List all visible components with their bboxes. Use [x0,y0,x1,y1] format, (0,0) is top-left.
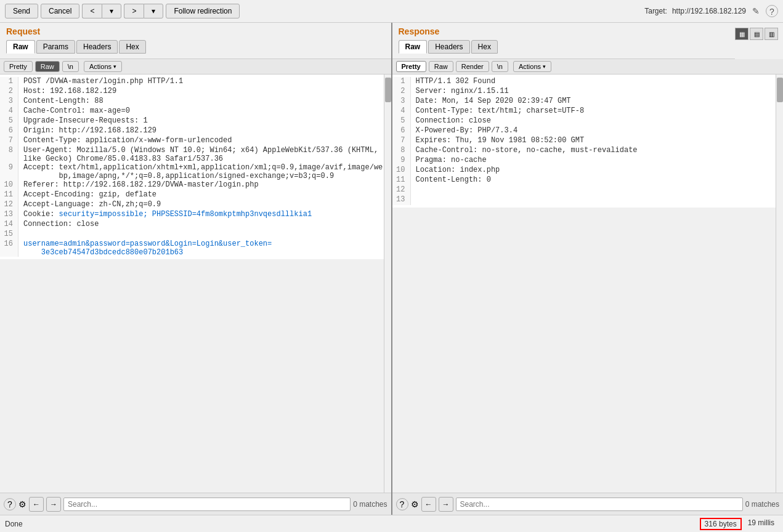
response-search-bar: ? ⚙ ← → 0 matches [392,493,784,515]
request-tab-raw[interactable]: Raw [6,40,35,54]
view-toggle-single[interactable]: ▥ [765,28,778,40]
request-line-11: 11 Accept-Encoding: gzip, deflate [0,190,384,200]
main-content: Request Raw Params Headers Hex Pretty Ra… [0,23,783,515]
response-tab-headers[interactable]: Headers [428,40,469,54]
request-raw-btn[interactable]: Raw [35,61,60,72]
request-gear-icon[interactable]: ⚙ [18,499,26,509]
response-tab-hex[interactable]: Hex [471,40,498,54]
request-line-1: 1 POST /DVWA-master/login.php HTTP/1.1 [0,77,384,87]
view-toggle-stacked[interactable]: ▤ [750,28,763,40]
request-sub-toolbar: Pretty Raw \n Actions ▾ [0,59,391,75]
response-actions-label: Actions [519,63,541,70]
response-sub-toolbar: Pretty Raw Render \n Actions ▾ [392,59,784,75]
status-bar: Done 316 bytes 19 millis [0,515,783,532]
follow-redirection-button[interactable]: Follow redirection [166,4,240,18]
request-scroll-thumb[interactable] [385,78,391,102]
request-pretty-btn[interactable]: Pretty [4,61,33,72]
response-header-area: Response Raw Headers Hex ▦ ▤ ▥ [392,23,784,59]
request-actions-chevron: ▾ [113,63,116,70]
response-panel: Response Raw Headers Hex ▦ ▤ ▥ Pretty Ra… [392,23,784,515]
request-line-9: 9 Accept: text/html,application/xhtml+xm… [0,163,384,180]
request-search-bar: ? ⚙ ← → 0 matches [0,493,391,515]
request-title: Request [6,26,385,36]
request-scroll-track[interactable] [384,75,391,493]
response-line-12: 12 [392,185,776,195]
response-code-wrapper: 1 HTTP/1.1 302 Found 2 Server: nginx/1.1… [392,75,784,493]
request-line-12: 12 Accept-Language: zh-CN,zh;q=0.9 [0,200,384,210]
request-actions-dropdown[interactable]: Actions ▾ [84,61,122,72]
request-newline-btn[interactable]: \n [62,61,79,72]
response-newline-btn[interactable]: \n [492,61,508,72]
response-line-8: 8 Cache-Control: no-store, no-cache, mus… [392,146,776,156]
request-line-6: 6 Origin: http://192.168.182.129 [0,126,384,136]
request-tab-headers[interactable]: Headers [76,40,118,54]
response-pretty-btn[interactable]: Pretty [396,61,426,72]
response-code-scroll[interactable]: 1 HTTP/1.1 302 Found 2 Server: nginx/1.1… [392,75,776,493]
request-line-16: 16 username=admin&password=password&Logi… [0,240,384,257]
next-button[interactable]: > [124,4,144,18]
status-text: Done [5,520,23,528]
send-button[interactable]: Send [5,4,38,18]
request-help-icon[interactable]: ? [4,498,16,510]
millis-badge: 19 millis [744,518,778,530]
response-tab-raw[interactable]: Raw [399,40,428,54]
request-tab-hex[interactable]: Hex [119,40,145,54]
request-code-area: 1 POST /DVWA-master/login.php HTTP/1.1 2… [0,75,384,259]
request-line-3: 3 Content-Length: 88 [0,97,384,107]
edit-target-button[interactable]: ✎ [751,5,761,17]
request-matches-count: 0 matches [353,500,387,509]
prev-dropdown-button[interactable]: ▾ [102,4,121,18]
response-search-prev-btn[interactable]: ← [421,497,436,512]
request-tab-params[interactable]: Params [36,40,75,54]
response-panel-header: Response Raw Headers Hex [392,23,736,59]
request-panel-content: Pretty Raw \n Actions ▾ 1 POST /DVWA-mas… [0,59,391,493]
next-dropdown-button[interactable]: ▾ [144,4,163,18]
response-line-3: 3 Date: Mon, 14 Sep 2020 02:39:47 GMT [392,97,776,107]
request-line-8: 8 User-Agent: Mozilla/5.0 (Windows NT 10… [0,146,384,163]
request-line-10: 10 Referer: http://192.168.182.129/DVWA-… [0,180,384,190]
next-nav-group: > ▾ [124,4,163,18]
request-tab-bar: Raw Params Headers Hex [6,40,385,54]
response-help-icon[interactable]: ? [396,498,408,510]
response-line-7: 7 Expires: Thu, 19 Nov 1981 08:52:00 GMT [392,136,776,146]
view-toggle-split[interactable]: ▦ [735,28,749,40]
request-actions-label: Actions [89,63,112,70]
response-tab-bar: Raw Headers Hex [399,40,729,54]
request-search-prev-btn[interactable]: ← [29,497,44,512]
response-matches-count: 0 matches [745,500,779,509]
response-actions-dropdown[interactable]: Actions ▾ [513,61,551,72]
response-line-4: 4 Content-Type: text/html; charset=UTF-8 [392,107,776,116]
prev-button[interactable]: < [82,4,102,18]
response-title: Response [399,26,729,36]
cancel-button[interactable]: Cancel [41,4,79,18]
request-line-14: 14 Connection: close [0,220,384,230]
target-url: http://192.168.182.129 [672,7,746,15]
request-line-7: 7 Content-Type: application/x-www-form-u… [0,136,384,146]
response-line-10: 10 Location: index.php [392,166,776,175]
request-actions-btn[interactable]: Actions ▾ [84,61,122,72]
prev-nav-group: < ▾ [82,4,121,18]
response-render-btn[interactable]: Render [456,61,489,72]
response-search-next-btn[interactable]: → [439,497,453,512]
response-line-5: 5 Connection: close [392,116,776,126]
response-raw-btn[interactable]: Raw [429,61,453,72]
response-gear-icon[interactable]: ⚙ [411,499,419,509]
request-code-wrapper: 1 POST /DVWA-master/login.php HTTP/1.1 2… [0,75,391,493]
request-search-input[interactable] [63,498,351,511]
response-actions-btn[interactable]: Actions ▾ [513,61,551,72]
request-line-2: 2 Host: 192.168.182.129 [0,87,384,97]
response-line-6: 6 X-Powered-By: PHP/7.3.4 [392,126,776,136]
request-line-15: 15 [0,230,384,240]
response-line-9: 9 Pragma: no-cache [392,156,776,166]
response-scroll-thumb[interactable] [777,78,783,102]
view-toggle-area: ▦ ▤ ▥ [735,23,783,40]
request-search-next-btn[interactable]: → [46,497,61,512]
request-code-scroll[interactable]: 1 POST /DVWA-master/login.php HTTP/1.1 2… [0,75,384,493]
response-line-11: 11 Content-Length: 0 [392,175,776,185]
response-line-2: 2 Server: nginx/1.15.11 [392,87,776,97]
response-actions-chevron: ▾ [543,63,546,70]
request-line-13: 13 Cookie: security=impossible; PHPSESSI… [0,210,384,220]
response-search-input[interactable] [456,498,743,511]
response-scroll-track[interactable] [776,75,783,493]
help-button[interactable]: ? [766,5,778,17]
